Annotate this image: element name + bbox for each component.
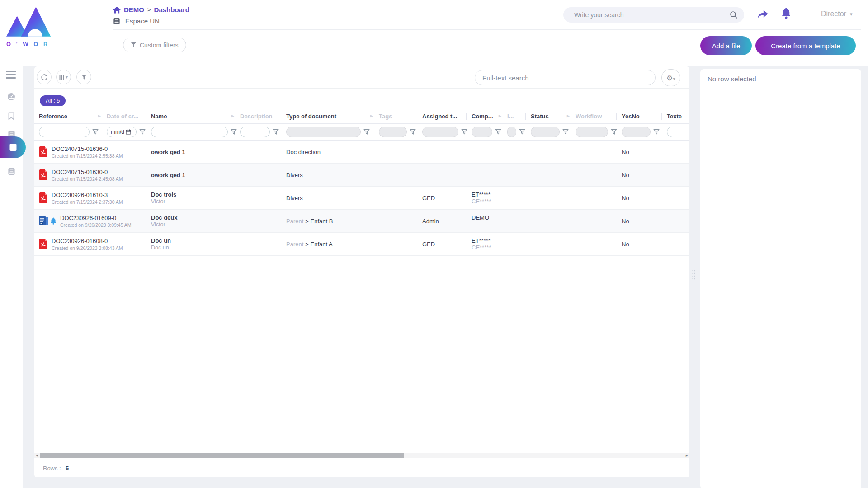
sidebar-item-dashboard[interactable]: [0, 89, 23, 104]
document-created: Created on 7/15/2024 2:55:38 AM: [52, 153, 123, 159]
dashboard-gauge-icon: [7, 93, 15, 101]
columns-icon: [59, 75, 65, 80]
columns-button[interactable]: ▾: [56, 70, 71, 84]
chevron-down-icon: ▾: [850, 11, 853, 17]
filter-input-reference[interactable]: [39, 127, 90, 137]
filter-funnel-icon[interactable]: [139, 129, 146, 135]
sidebar-divider: [0, 84, 23, 84]
column-header-texte[interactable]: Texte: [667, 113, 689, 120]
create-from-template-button[interactable]: Create from a template: [755, 36, 856, 55]
column-label: Name: [151, 113, 167, 120]
column-header-tags[interactable]: ▸Tags: [379, 113, 422, 120]
filter-input-description[interactable]: [240, 127, 270, 137]
table-row[interactable]: DOC230926-01609-0 Created on 9/26/2023 3…: [34, 210, 689, 233]
table-row[interactable]: DOC240715-01636-0 Created on 7/15/2024 2…: [34, 141, 689, 164]
panel-splitter-handle[interactable]: [692, 269, 696, 280]
fulltext-search-input[interactable]: [475, 70, 656, 85]
scroll-left-icon[interactable]: ◂: [34, 453, 40, 458]
filter-funnel-icon[interactable]: [653, 129, 660, 135]
bookmark-icon: [8, 112, 15, 120]
rows-count: 5: [66, 465, 69, 472]
breadcrumb-root[interactable]: DEMO: [124, 6, 144, 14]
filter-input-assigned: [422, 127, 458, 137]
table-settings-button[interactable]: ⚙▾: [661, 69, 680, 86]
document-name: owork ged 1: [151, 172, 240, 178]
document-created: Created on 9/26/2023 3:09:45 AM: [60, 222, 132, 228]
column-header-workflow[interactable]: ▸Workflow: [576, 113, 622, 120]
name-cell: Doc trois Victor: [151, 191, 240, 205]
sort-arrow-icon: ▸: [567, 113, 570, 119]
scrollbar-thumb[interactable]: [40, 453, 404, 458]
table-row[interactable]: DOC230926-01610-3 Created on 7/15/2024 2…: [34, 187, 689, 210]
sidebar-item-library[interactable]: [0, 164, 23, 179]
space-subtitle-row: Espace UN: [113, 17, 160, 25]
all-count-badge[interactable]: All : 5: [40, 95, 66, 106]
refresh-button[interactable]: [37, 70, 52, 84]
filter-date-input-date[interactable]: mm/d: [107, 127, 137, 137]
table-row[interactable]: DOC240715-01630-0 Created on 7/15/2024 2…: [34, 164, 689, 187]
filter-funnel-icon[interactable]: [273, 129, 279, 135]
company-line2: CE*****: [472, 244, 507, 251]
add-file-button[interactable]: Add a file: [700, 36, 752, 55]
assigned-cell: GED: [422, 195, 472, 202]
type-value: > Enfant B: [305, 218, 333, 225]
detail-panel: No row selected: [700, 69, 861, 488]
column-header-name[interactable]: Name: [151, 113, 240, 120]
filter-funnel-icon[interactable]: [461, 129, 467, 135]
column-header-yesno[interactable]: YesNo: [622, 113, 667, 120]
share-button[interactable]: [757, 8, 769, 19]
column-header-reference[interactable]: Reference: [39, 113, 107, 120]
search-icon[interactable]: [730, 11, 738, 19]
app-logo[interactable]: O ' W O R K: [6, 4, 52, 47]
company-cell: ET***** CE*****: [472, 237, 507, 251]
chevron-down-icon: ▾: [66, 74, 68, 80]
global-search-input[interactable]: [574, 11, 730, 19]
filter-funnel-icon[interactable]: [410, 129, 416, 135]
name-cell: owork ged 1: [151, 172, 240, 178]
home-icon[interactable]: [113, 6, 121, 14]
filter-funnel-icon[interactable]: [231, 129, 237, 135]
column-header-company[interactable]: Comp...: [472, 113, 507, 120]
table-toolbar: ▾ ⚙▾: [34, 66, 689, 89]
sidebar-item-bookmarks[interactable]: [0, 108, 23, 124]
column-header-date[interactable]: ▸Date of cr...: [107, 113, 151, 120]
column-label: Status: [531, 113, 549, 120]
global-search: [563, 7, 744, 23]
book-icon: [8, 168, 15, 175]
column-header-type[interactable]: Type of document: [286, 113, 379, 120]
filter-input-texte[interactable]: [667, 127, 689, 137]
user-menu[interactable]: Director ▾: [821, 10, 853, 18]
horizontal-scrollbar[interactable]: ◂ ▸: [34, 453, 689, 458]
table-footer: Rows : 5: [34, 459, 689, 477]
book-icon-active: [9, 143, 17, 151]
breadcrumb-current[interactable]: Dashboard: [154, 6, 189, 14]
filter-input-workflow: [576, 127, 608, 137]
filter-input-i: [507, 127, 516, 137]
column-label: Description: [240, 113, 273, 120]
filter-funnel-icon[interactable]: [495, 129, 501, 135]
column-header-description[interactable]: ▸Description: [240, 113, 286, 120]
table-row[interactable]: DOC230926-01608-0 Created on 9/26/2023 3…: [34, 233, 689, 256]
reference-cell: DOC230926-01608-0 Created on 9/26/2023 3…: [39, 238, 107, 251]
filter-funnel-icon[interactable]: [363, 129, 370, 135]
column-header-i[interactable]: ▸I...: [507, 113, 531, 120]
custom-filters-button[interactable]: Custom filters: [123, 38, 186, 52]
filter-funnel-icon[interactable]: [519, 129, 525, 135]
breadcrumb: DEMO > Dashboard: [113, 6, 189, 14]
logo-mountain-icon: [6, 4, 52, 40]
type-value: Doc direction: [286, 149, 321, 155]
notifications-button[interactable]: [781, 7, 791, 19]
reference-cell: DOC240715-01630-0 Created on 7/15/2024 2…: [39, 169, 107, 182]
column-header-assigned[interactable]: Assigned t...: [422, 113, 472, 120]
sidebar-item-ged-active[interactable]: [0, 136, 26, 158]
sidebar-toggle-button[interactable]: [6, 71, 16, 80]
filter-input-name[interactable]: [151, 127, 228, 137]
company-line1: [472, 145, 507, 152]
documents-table-card: ▾ ⚙▾ All : 5 Reference▸Date of cr...Name…: [34, 66, 689, 477]
scroll-right-icon[interactable]: ▸: [684, 453, 689, 458]
filter-funnel-icon[interactable]: [92, 129, 99, 135]
filter-funnel-icon[interactable]: [611, 129, 617, 135]
filter-button[interactable]: [76, 70, 91, 84]
reference-cell: DOC240715-01636-0 Created on 7/15/2024 2…: [39, 145, 107, 159]
filter-funnel-icon[interactable]: [562, 129, 569, 135]
